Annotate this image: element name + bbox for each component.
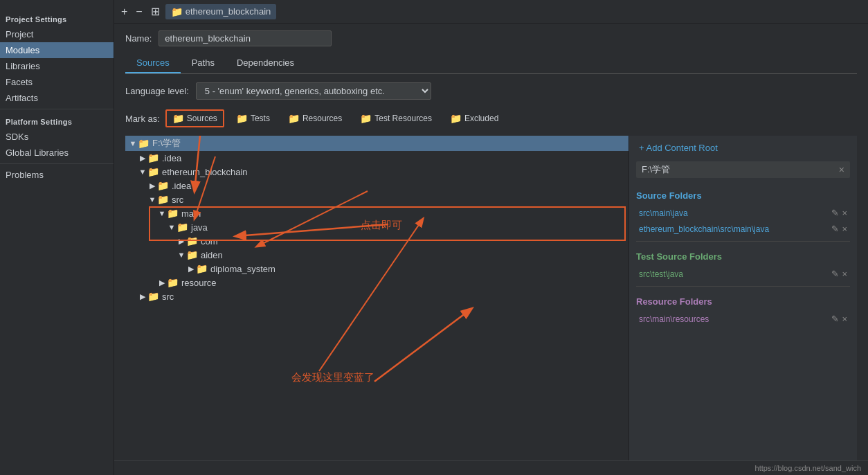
project-settings-heading: Project Settings [0,10,114,26]
resource-folder-path-1: src\main\resources [639,314,831,324]
source-folder-entry-2: ethereum_blockchain\src\main\java ✎ × [636,222,850,235]
tabs-bar: Sources Paths Dependencies [125,53,857,74]
mark-sources-label: Sources [187,114,217,123]
module-list-bar: + − ⊞ 📁 ethereum_blockchain [114,0,868,24]
idea1-label: .idea [162,153,181,163]
tree-row-diploma[interactable]: ▶ 📁 diploma_system [125,262,629,276]
sidebar-item-problems[interactable]: Problems [0,167,114,183]
edit-test-source-folder-1[interactable]: ✎ [831,269,839,279]
remove-module-button[interactable]: − [133,4,145,19]
tab-sources[interactable]: Sources [125,53,181,73]
tree-row-main[interactable]: ▼ 📁 main [125,206,629,220]
remove-resource-folder-1[interactable]: × [842,314,847,324]
main-label: main [181,208,201,219]
source-folder-entry-1: src\main\java ✎ × [636,206,850,219]
resource-folder-icon: 📁 [167,277,179,288]
tab-paths[interactable]: Paths [181,53,226,73]
click-hint-annotation: 点击即可 [361,219,402,232]
src-folder-icon: 📁 [157,194,169,205]
tree-row-idea1[interactable]: ▶ 📁 .idea [125,151,629,165]
tree-arrow-diploma: ▶ [186,265,196,274]
click-hint-text: 点击即可 [361,219,402,231]
tree-arrow-java: ▼ [167,223,177,231]
mark-sources-button[interactable]: 📁 Sources [165,109,224,127]
add-content-root-button[interactable]: + Add Content Root [636,141,721,154]
tree-row-root[interactable]: ▼ 📁 F:\学管 [125,136,629,151]
tree-arrow-src2: ▶ [138,292,147,301]
divider-2 [636,286,850,287]
source-folder-path-1: src\main\java [639,208,831,218]
resource-label: resource [181,278,217,288]
root-folder-icon: 📁 [138,138,150,149]
platform-settings-heading: Platform Settings [0,112,114,129]
tree-arrow-main: ▼ [157,209,167,217]
sidebar-item-modules[interactable]: Modules [0,42,114,58]
source-folder-icons-2: ✎ × [831,224,847,234]
sidebar: Project Settings Project Modules Librari… [0,0,114,475]
tree-arrow-root: ▼ [128,139,138,147]
main-content: + − ⊞ 📁 ethereum_blockchain Name: Source… [114,0,868,475]
remove-test-source-folder-1[interactable]: × [842,269,847,279]
excluded-folder-icon: 📁 [450,113,462,124]
tree-row-resource[interactable]: ▶ 📁 resource [125,276,629,289]
mark-as-row: Mark as: 📁 Sources 📁 Tests 📁 Resources 📁… [125,109,857,127]
java-folder-icon: 📁 [177,222,188,233]
module-item-label: ethereum_blockchain [186,6,271,17]
edit-source-folder-2[interactable]: ✎ [831,224,839,234]
test-source-folder-entry-1: src\test\java ✎ × [636,267,850,280]
tree-arrow-resource: ▶ [157,278,167,287]
sidebar-item-sdks[interactable]: SDKs [0,129,114,145]
mark-resources-label: Resources [302,114,342,123]
svg-line-7 [374,309,471,382]
tree-row-idea2[interactable]: ▶ 📁 .idea [125,179,629,192]
mark-resources-button[interactable]: 📁 Resources [282,110,348,127]
tree-row-src2[interactable]: ▶ 📁 src [125,289,629,303]
aiden-folder-icon: 📁 [186,249,198,260]
add-content-root-label: + Add Content Root [639,143,718,153]
remove-source-folder-1[interactable]: × [842,208,847,218]
sidebar-divider-2 [0,163,114,164]
test-source-folder-path-1: src\test\java [639,269,831,279]
source-folder-path-2: ethereum_blockchain\src\main\java [639,224,831,234]
resource-folder-entry-1: src\main\resources ✎ × [636,312,850,325]
edit-resource-folder-1[interactable]: ✎ [831,314,839,324]
module-editor: Name: Sources Paths Dependencies Languag… [114,24,868,460]
root-path-text: F:\学管 [642,163,670,176]
java-label: java [191,222,208,233]
idea1-folder-icon: 📁 [147,152,159,163]
tab-dependencies[interactable]: Dependencies [226,53,305,73]
mark-test-resources-button[interactable]: 📁 Test Resources [354,110,438,127]
sidebar-item-project[interactable]: Project [0,26,114,42]
name-input[interactable] [159,30,332,46]
mark-excluded-button[interactable]: 📁 Excluded [444,110,505,127]
mark-as-label: Mark as: [125,114,160,124]
blue-hint-text: 会发现这里变蓝了 [291,371,374,383]
edit-source-folder-1[interactable]: ✎ [831,208,839,218]
idea2-folder-icon: 📁 [157,180,169,191]
tree-arrow-idea1: ▶ [138,154,147,163]
aiden-label: aiden [201,250,223,260]
close-root-button[interactable]: × [839,164,844,175]
sidebar-item-global-libraries[interactable]: Global Libraries [0,145,114,161]
main-folder-icon: 📁 [167,208,179,219]
remove-source-folder-2[interactable]: × [842,224,847,234]
sidebar-item-facets[interactable]: Facets [0,74,114,90]
mark-tests-button[interactable]: 📁 Tests [230,110,276,127]
src2-folder-icon: 📁 [147,291,159,302]
tree-arrow-idea2: ▶ [147,181,157,190]
sidebar-item-libraries[interactable]: Libraries [0,58,114,74]
tree-row-src[interactable]: ▼ 📁 src [125,192,629,206]
tree-row-com[interactable]: ▶ 📁 com [125,234,629,248]
language-level-select[interactable]: 5 - 'enum' keyword, generics, autoboxing… [196,82,431,100]
ethereum-folder-icon: 📁 [147,166,159,177]
root-path-bar: F:\学管 × [636,161,850,178]
tree-row-ethereum[interactable]: ▼ 📁 ethereum_blockchain [125,165,629,179]
sidebar-item-artifacts[interactable]: Artifacts [0,90,114,106]
tree-row-aiden[interactable]: ▼ 📁 aiden [125,248,629,262]
add-module-button[interactable]: + [118,4,130,19]
module-item[interactable]: 📁 ethereum_blockchain [165,4,277,19]
name-row: Name: [125,30,857,46]
copy-module-button[interactable]: ⊞ [148,3,163,19]
src-label: src [172,195,183,205]
resources-folder-icon: 📁 [288,113,300,124]
